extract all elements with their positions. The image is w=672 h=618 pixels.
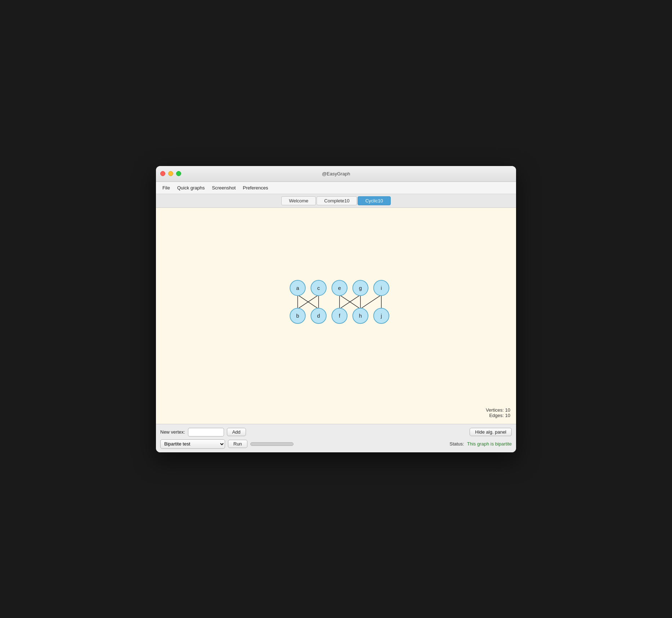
vertices-count: Vertices: 10	[486, 407, 510, 413]
traffic-lights	[160, 171, 181, 176]
new-vertex-label: New vertex:	[160, 429, 185, 435]
minimize-button[interactable]	[168, 171, 173, 176]
algorithm-row: Bipartite test BFS DFS Shortest path Run…	[160, 439, 512, 449]
graph-canvas: a c e g i b d f h j Vertices: 10 Edges: …	[156, 208, 516, 424]
progress-bar	[250, 442, 294, 446]
edge-i-h	[360, 295, 381, 309]
node-b-label: b	[296, 313, 299, 319]
node-c-label: c	[317, 285, 320, 291]
graph-stats: Vertices: 10 Edges: 10	[486, 407, 510, 418]
maximize-button[interactable]	[176, 171, 181, 176]
hide-alg-panel-button[interactable]: Hide alg. panel	[470, 428, 512, 436]
tab-complete10[interactable]: Complete10	[317, 196, 357, 205]
edges-count: Edges: 10	[486, 413, 510, 418]
tab-welcome[interactable]: Welcome	[281, 196, 316, 205]
add-button[interactable]: Add	[227, 428, 246, 436]
tab-bar: Welcome Complete10 Cyclic10	[156, 194, 516, 208]
status-label: Status:	[449, 441, 464, 447]
node-i-label: i	[381, 285, 382, 291]
menu-quick-graphs[interactable]: Quick graphs	[174, 184, 209, 192]
node-d-label: d	[317, 313, 320, 319]
tab-cyclic10[interactable]: Cyclic10	[358, 196, 390, 205]
node-g-label: g	[359, 285, 362, 291]
menu-screenshot[interactable]: Screenshot	[209, 184, 239, 192]
menu-bar: File Quick graphs Screenshot Preferences	[156, 182, 516, 194]
vertex-row: New vertex: Add Hide alg. panel	[160, 428, 512, 436]
window-title: @EasyGraph	[322, 171, 350, 176]
menu-preferences[interactable]: Preferences	[239, 184, 272, 192]
run-button[interactable]: Run	[228, 440, 247, 448]
node-a-label: a	[296, 285, 300, 291]
status-value: This graph is bipartite	[467, 441, 512, 447]
status-area: Status: This graph is bipartite	[449, 441, 512, 447]
graph-svg: a c e g i b d f h j	[156, 208, 516, 424]
bottom-panel: New vertex: Add Hide alg. panel Bipartit…	[156, 424, 516, 452]
node-h-label: h	[359, 313, 362, 319]
menu-file[interactable]: File	[159, 184, 174, 192]
algorithm-select[interactable]: Bipartite test BFS DFS Shortest path	[160, 439, 225, 449]
new-vertex-input[interactable]	[188, 428, 224, 436]
main-window: @EasyGraph File Quick graphs Screenshot …	[156, 166, 516, 452]
node-e-label: e	[338, 285, 341, 291]
title-bar: @EasyGraph	[156, 166, 516, 182]
node-j-label: j	[380, 313, 382, 319]
close-button[interactable]	[160, 171, 165, 176]
